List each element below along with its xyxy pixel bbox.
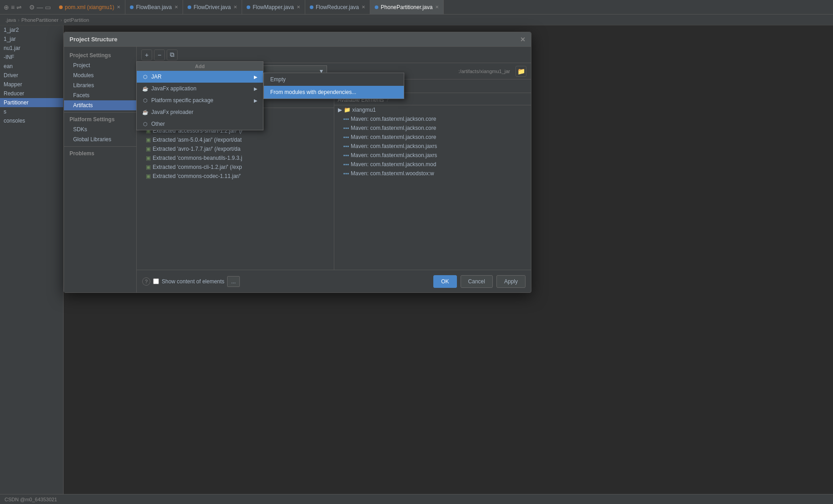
extract-icon-6: ▣ bbox=[146, 173, 151, 179]
tab-close-phonepartitioner[interactable]: ✕ bbox=[435, 5, 439, 10]
platform-submenu-arrow: ▶ bbox=[254, 98, 258, 103]
jar-submenu: Empty From modules with dependencies... bbox=[263, 73, 404, 99]
tree-maven-jackson2[interactable]: ▪▪▪ Maven: com.fasterxml.jackson.core bbox=[334, 124, 531, 133]
available-elements-panel: Available Elements ? ▶ 📁 xiangmu1 ▪▪▪ Ma… bbox=[334, 93, 531, 270]
dialog-footer: ? Show content of elements ... OK Cancel… bbox=[137, 270, 531, 292]
file-item-driver[interactable]: Driver bbox=[0, 71, 63, 80]
remove-button[interactable]: − bbox=[154, 49, 165, 60]
tab-close-flowreducer[interactable]: ✕ bbox=[362, 5, 365, 10]
tree-maven-mod[interactable]: ▪▪▪ Maven: com.fasterxml.jackson.mod bbox=[334, 160, 531, 169]
file-item-ean[interactable]: ean bbox=[0, 62, 63, 71]
maven-icon-7: ▪▪▪ bbox=[343, 170, 349, 177]
tree-extract-beanutils[interactable]: ▣ Extracted 'commons-beanutils-1.9.3.j bbox=[137, 153, 334, 163]
maven-icon-2: ▪▪▪ bbox=[343, 125, 349, 131]
tab-phonepartitioner[interactable]: PhonePartitioner.java ✕ bbox=[370, 0, 444, 14]
help-icon[interactable]: ? bbox=[142, 277, 150, 286]
sidebar-item-libraries[interactable]: Libraries bbox=[64, 80, 136, 90]
tab-close-flowmapper[interactable]: ✕ bbox=[297, 5, 300, 10]
menu-item-platform-package[interactable]: ⬡ Platform specific package ▶ bbox=[137, 94, 263, 106]
submenu-item-empty[interactable]: Empty bbox=[264, 73, 404, 86]
file-item-mapper[interactable]: Mapper bbox=[0, 80, 63, 89]
file-item-inf[interactable]: -INF bbox=[0, 53, 63, 62]
file-tree: 1_jar2 1_jar nu1.jar -INF ean Driver Map… bbox=[0, 25, 64, 504]
dialog-title: Project Structure bbox=[69, 36, 117, 43]
file-item-s[interactable]: s bbox=[0, 107, 63, 116]
add-dropdown-header: Add bbox=[137, 62, 263, 71]
jar-submenu-arrow: ▶ bbox=[254, 74, 258, 79]
file-item-consoles[interactable]: consoles bbox=[0, 116, 63, 125]
tree-maven-jackson3[interactable]: ▪▪▪ Maven: com.fasterxml.jackson.core bbox=[334, 133, 531, 142]
sidebar-item-project[interactable]: Project bbox=[64, 60, 136, 70]
menu-item-javafx-preloader[interactable]: ☕ JavaFx preloader bbox=[137, 106, 263, 118]
show-content-checkbox[interactable] bbox=[153, 278, 159, 284]
extract-icon-4: ▣ bbox=[146, 155, 151, 161]
problems-label: Problems bbox=[64, 148, 136, 158]
tree-extract-asm[interactable]: ▣ Extracted 'asm-5.0.4.jar/' (/export/da… bbox=[137, 135, 334, 144]
cancel-button[interactable]: Cancel bbox=[461, 275, 493, 288]
tab-pom-xml[interactable]: pom.xml (xiangmu1) ✕ bbox=[55, 0, 126, 14]
menu-item-javafx[interactable]: ☕ JavaFx application ▶ bbox=[137, 83, 263, 94]
tree-maven-jaxrs2[interactable]: ▪▪▪ Maven: com.fasterxml.jackson.jaxrs bbox=[334, 151, 531, 160]
dialog-title-bar: Project Structure ✕ bbox=[64, 32, 531, 47]
file-item-1jar2[interactable]: 1_jar2 bbox=[0, 25, 63, 35]
sidebar-item-artifacts[interactable]: Artifacts bbox=[64, 100, 136, 110]
tab-bar: ⊕ ≡ ⇌ ⚙ — ▭ pom.xml (xiangmu1) ✕ FlowBea… bbox=[0, 0, 833, 15]
maven-icon-5: ▪▪▪ bbox=[343, 152, 349, 158]
file-item-reducer[interactable]: Reducer bbox=[0, 89, 63, 98]
tree-extract-codec[interactable]: ▣ Extracted 'commons-codec-1.11.jar/' bbox=[137, 172, 334, 181]
show-content-checkbox-label[interactable]: Show content of elements bbox=[153, 278, 224, 285]
tree-extract-cli[interactable]: ▣ Extracted 'commons-cli-1.2.jar/' (/exp bbox=[137, 163, 334, 172]
add-dropdown-menu: Add ⬡ JAR ▶ ☕ JavaFx application ▶ ⬡ Pla… bbox=[136, 61, 263, 130]
submenu-item-from-modules[interactable]: From modules with dependencies... bbox=[264, 86, 404, 99]
extract-icon-5: ▣ bbox=[146, 164, 151, 170]
dialog-close-button[interactable]: ✕ bbox=[520, 36, 526, 43]
footer-left: ? Show content of elements ... bbox=[142, 276, 430, 287]
tab-close-flowdriver[interactable]: ✕ bbox=[233, 5, 237, 10]
tree-maven-jaxrs1[interactable]: ▪▪▪ Maven: com.fasterxml.jackson.jaxrs bbox=[334, 142, 531, 151]
footer-buttons: OK Cancel Apply bbox=[433, 275, 526, 288]
tree-extract-avro[interactable]: ▣ Extracted 'avro-1.7.7.jar/' (/export/d… bbox=[137, 144, 334, 153]
tree-maven-jackson1[interactable]: ▪▪▪ Maven: com.fasterxml.jackson.core bbox=[334, 114, 531, 124]
tree-maven-woodstox[interactable]: ▪▪▪ Maven: com.fasterxml.woodstox:w bbox=[334, 169, 531, 178]
tab-dot-flowreducer bbox=[310, 5, 313, 9]
output-path-button[interactable]: 📁 bbox=[516, 66, 526, 77]
file-item-1jar[interactable]: 1_jar bbox=[0, 35, 63, 44]
tab-flowmapper[interactable]: FlowMapper.java ✕ bbox=[242, 0, 305, 14]
tab-close-flowbean[interactable]: ✕ bbox=[174, 5, 178, 10]
status-bar: CSDN @m0_64353021 bbox=[0, 494, 833, 504]
project-settings-label: Project Settings bbox=[64, 50, 136, 60]
jar-menu-icon: ⬡ bbox=[142, 74, 149, 80]
file-item-partitioner[interactable]: Partitioner bbox=[0, 98, 63, 107]
maven-icon-1: ▪▪▪ bbox=[343, 116, 349, 122]
extract-icon-2: ▣ bbox=[146, 137, 151, 143]
sidebar-item-global-libraries[interactable]: Global Libraries bbox=[64, 134, 136, 144]
tab-dot-pom bbox=[59, 5, 63, 9]
apply-button[interactable]: Apply bbox=[496, 275, 526, 288]
platform-menu-icon: ⬡ bbox=[142, 97, 149, 104]
menu-item-other[interactable]: ⬡ Other bbox=[137, 118, 263, 130]
sidebar-item-modules[interactable]: Modules bbox=[64, 70, 136, 80]
tree-right-xiangmu1[interactable]: ▶ 📁 xiangmu1 bbox=[334, 105, 531, 114]
settings-icon: ⚙ — ▭ bbox=[25, 4, 55, 11]
tab-close-pom[interactable]: ✕ bbox=[117, 5, 120, 10]
tab-flowreducer[interactable]: FlowReducer.java ✕ bbox=[305, 0, 370, 14]
sidebar-item-sdks[interactable]: SDKs bbox=[64, 124, 136, 134]
tab-bar-icons: ⊕ ≡ ⇌ bbox=[0, 4, 25, 11]
sidebar-item-facets[interactable]: Facets bbox=[64, 90, 136, 100]
tab-dot-phonepartitioner bbox=[375, 5, 378, 9]
copy-button[interactable]: ⧉ bbox=[167, 49, 178, 60]
ellipsis-button[interactable]: ... bbox=[227, 276, 240, 287]
other-menu-icon: ⬡ bbox=[142, 121, 149, 127]
javafx-menu-icon: ☕ bbox=[142, 85, 149, 92]
output-path-label: :/artifacts/xiangmu1_jar bbox=[458, 69, 510, 74]
project-folder-icon: 📁 bbox=[344, 107, 351, 113]
tab-flowbean[interactable]: FlowBean.java ✕ bbox=[125, 0, 183, 14]
ok-button[interactable]: OK bbox=[433, 275, 456, 288]
platform-settings-label: Platform Settings bbox=[64, 114, 136, 124]
tab-flowdriver[interactable]: FlowDriver.java ✕ bbox=[183, 0, 242, 14]
menu-item-jar[interactable]: ⬡ JAR ▶ bbox=[137, 71, 263, 83]
file-item-nu1jar[interactable]: nu1.jar bbox=[0, 44, 63, 53]
tab-dot-flowbean bbox=[130, 5, 134, 9]
add-button[interactable]: + bbox=[141, 49, 152, 60]
maven-icon-3: ▪▪▪ bbox=[343, 134, 349, 140]
